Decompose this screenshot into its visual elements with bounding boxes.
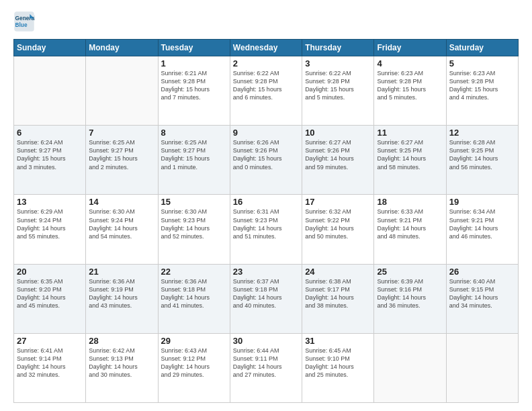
day-info: Sunrise: 6:27 AM Sunset: 9:26 PM Dayligh… [305, 138, 371, 171]
calendar-cell: 2Sunrise: 6:22 AM Sunset: 9:28 PM Daylig… [230, 56, 302, 126]
day-number: 29 [161, 336, 227, 346]
day-info: Sunrise: 6:41 AM Sunset: 9:14 PM Dayligh… [17, 347, 83, 379]
day-info: Sunrise: 6:26 AM Sunset: 9:26 PM Dayligh… [233, 138, 299, 171]
calendar-cell: 20Sunrise: 6:35 AM Sunset: 9:20 PM Dayli… [14, 264, 86, 333]
calendar: SundayMondayTuesdayWednesdayThursdayFrid… [13, 39, 519, 403]
day-number: 17 [305, 197, 371, 207]
header: General Blue [13, 11, 519, 34]
day-info: Sunrise: 6:39 AM Sunset: 9:16 PM Dayligh… [377, 277, 443, 310]
calendar-cell: 21Sunrise: 6:36 AM Sunset: 9:19 PM Dayli… [86, 264, 158, 333]
day-info: Sunrise: 6:28 AM Sunset: 9:25 PM Dayligh… [449, 138, 515, 171]
logo: General Blue [13, 11, 35, 34]
day-number: 5 [449, 58, 515, 68]
calendar-header-friday: Friday [374, 40, 446, 56]
calendar-cell [374, 333, 446, 402]
calendar-header-sunday: Sunday [14, 40, 86, 56]
calendar-cell: 24Sunrise: 6:38 AM Sunset: 9:17 PM Dayli… [302, 264, 374, 333]
day-info: Sunrise: 6:21 AM Sunset: 9:28 PM Dayligh… [161, 69, 227, 102]
day-info: Sunrise: 6:38 AM Sunset: 9:17 PM Dayligh… [305, 277, 371, 310]
day-number: 9 [233, 128, 299, 138]
calendar-body: 1Sunrise: 6:21 AM Sunset: 9:28 PM Daylig… [14, 56, 519, 403]
day-info: Sunrise: 6:25 AM Sunset: 9:27 PM Dayligh… [89, 138, 154, 171]
day-number: 4 [377, 58, 443, 68]
calendar-cell: 12Sunrise: 6:28 AM Sunset: 9:25 PM Dayli… [446, 126, 518, 195]
calendar-cell: 8Sunrise: 6:25 AM Sunset: 9:27 PM Daylig… [158, 126, 230, 195]
logo-icon: General Blue [13, 11, 35, 32]
day-number: 25 [377, 267, 443, 277]
day-number: 15 [161, 197, 227, 207]
day-number: 30 [233, 336, 299, 346]
calendar-cell: 22Sunrise: 6:36 AM Sunset: 9:18 PM Dayli… [158, 264, 230, 333]
day-info: Sunrise: 6:24 AM Sunset: 9:27 PM Dayligh… [17, 138, 83, 171]
calendar-cell: 4Sunrise: 6:23 AM Sunset: 9:28 PM Daylig… [374, 56, 446, 126]
page: General Blue SundayMondayTuesdayWednesda… [0, 0, 532, 411]
day-number: 24 [305, 267, 371, 277]
day-number: 3 [305, 58, 371, 68]
calendar-cell: 28Sunrise: 6:42 AM Sunset: 9:13 PM Dayli… [86, 333, 158, 402]
calendar-cell: 15Sunrise: 6:30 AM Sunset: 9:23 PM Dayli… [158, 195, 230, 264]
day-info: Sunrise: 6:34 AM Sunset: 9:21 PM Dayligh… [449, 208, 515, 240]
calendar-cell: 13Sunrise: 6:29 AM Sunset: 9:24 PM Dayli… [14, 195, 86, 264]
day-info: Sunrise: 6:42 AM Sunset: 9:13 PM Dayligh… [89, 347, 154, 379]
calendar-cell: 23Sunrise: 6:37 AM Sunset: 9:18 PM Dayli… [230, 264, 302, 333]
calendar-cell: 27Sunrise: 6:41 AM Sunset: 9:14 PM Dayli… [14, 333, 86, 402]
day-number: 16 [233, 197, 299, 207]
day-info: Sunrise: 6:44 AM Sunset: 9:11 PM Dayligh… [233, 347, 299, 379]
day-number: 26 [449, 267, 515, 277]
day-number: 23 [233, 267, 299, 277]
day-number: 28 [89, 336, 154, 346]
calendar-cell: 11Sunrise: 6:27 AM Sunset: 9:25 PM Dayli… [374, 126, 446, 195]
calendar-week-5: 27Sunrise: 6:41 AM Sunset: 9:14 PM Dayli… [14, 333, 519, 402]
day-number: 20 [17, 267, 83, 277]
calendar-cell: 26Sunrise: 6:40 AM Sunset: 9:15 PM Dayli… [446, 264, 518, 333]
day-info: Sunrise: 6:40 AM Sunset: 9:15 PM Dayligh… [449, 277, 515, 310]
calendar-cell [446, 333, 518, 402]
day-info: Sunrise: 6:37 AM Sunset: 9:18 PM Dayligh… [233, 277, 299, 310]
calendar-header-thursday: Thursday [302, 40, 374, 56]
calendar-week-4: 20Sunrise: 6:35 AM Sunset: 9:20 PM Dayli… [14, 264, 519, 333]
day-number: 8 [161, 128, 227, 138]
day-info: Sunrise: 6:36 AM Sunset: 9:18 PM Dayligh… [161, 277, 227, 310]
day-info: Sunrise: 6:30 AM Sunset: 9:23 PM Dayligh… [161, 208, 227, 240]
day-number: 14 [89, 197, 154, 207]
calendar-cell: 10Sunrise: 6:27 AM Sunset: 9:26 PM Dayli… [302, 126, 374, 195]
calendar-cell: 18Sunrise: 6:33 AM Sunset: 9:21 PM Dayli… [374, 195, 446, 264]
calendar-cell: 16Sunrise: 6:31 AM Sunset: 9:23 PM Dayli… [230, 195, 302, 264]
day-info: Sunrise: 6:33 AM Sunset: 9:21 PM Dayligh… [377, 208, 443, 240]
calendar-header-tuesday: Tuesday [158, 40, 230, 56]
day-number: 2 [233, 58, 299, 68]
day-number: 21 [89, 267, 154, 277]
calendar-cell: 29Sunrise: 6:43 AM Sunset: 9:12 PM Dayli… [158, 333, 230, 402]
day-number: 6 [17, 128, 83, 138]
day-info: Sunrise: 6:29 AM Sunset: 9:24 PM Dayligh… [17, 208, 83, 240]
calendar-header-row: SundayMondayTuesdayWednesdayThursdayFrid… [14, 40, 519, 56]
day-info: Sunrise: 6:30 AM Sunset: 9:24 PM Dayligh… [89, 208, 154, 240]
calendar-header-monday: Monday [86, 40, 158, 56]
day-info: Sunrise: 6:31 AM Sunset: 9:23 PM Dayligh… [233, 208, 299, 240]
day-number: 18 [377, 197, 443, 207]
calendar-header-wednesday: Wednesday [230, 40, 302, 56]
calendar-cell: 9Sunrise: 6:26 AM Sunset: 9:26 PM Daylig… [230, 126, 302, 195]
calendar-cell: 6Sunrise: 6:24 AM Sunset: 9:27 PM Daylig… [14, 126, 86, 195]
calendar-cell: 17Sunrise: 6:32 AM Sunset: 9:22 PM Dayli… [302, 195, 374, 264]
day-info: Sunrise: 6:36 AM Sunset: 9:19 PM Dayligh… [89, 277, 154, 310]
calendar-cell: 30Sunrise: 6:44 AM Sunset: 9:11 PM Dayli… [230, 333, 302, 402]
calendar-cell: 7Sunrise: 6:25 AM Sunset: 9:27 PM Daylig… [86, 126, 158, 195]
calendar-header-saturday: Saturday [446, 40, 518, 56]
day-number: 10 [305, 128, 371, 138]
day-number: 13 [17, 197, 83, 207]
calendar-cell: 31Sunrise: 6:45 AM Sunset: 9:10 PM Dayli… [302, 333, 374, 402]
day-number: 7 [89, 128, 154, 138]
day-number: 22 [161, 267, 227, 277]
day-info: Sunrise: 6:22 AM Sunset: 9:28 PM Dayligh… [305, 69, 371, 102]
day-info: Sunrise: 6:23 AM Sunset: 9:28 PM Dayligh… [449, 69, 515, 102]
calendar-cell [86, 56, 158, 126]
calendar-cell: 14Sunrise: 6:30 AM Sunset: 9:24 PM Dayli… [86, 195, 158, 264]
day-number: 27 [17, 336, 83, 346]
day-info: Sunrise: 6:25 AM Sunset: 9:27 PM Dayligh… [161, 138, 227, 171]
day-info: Sunrise: 6:22 AM Sunset: 9:28 PM Dayligh… [233, 69, 299, 102]
calendar-cell [14, 56, 86, 126]
calendar-week-1: 1Sunrise: 6:21 AM Sunset: 9:28 PM Daylig… [14, 56, 519, 126]
calendar-cell: 25Sunrise: 6:39 AM Sunset: 9:16 PM Dayli… [374, 264, 446, 333]
day-info: Sunrise: 6:43 AM Sunset: 9:12 PM Dayligh… [161, 347, 227, 379]
